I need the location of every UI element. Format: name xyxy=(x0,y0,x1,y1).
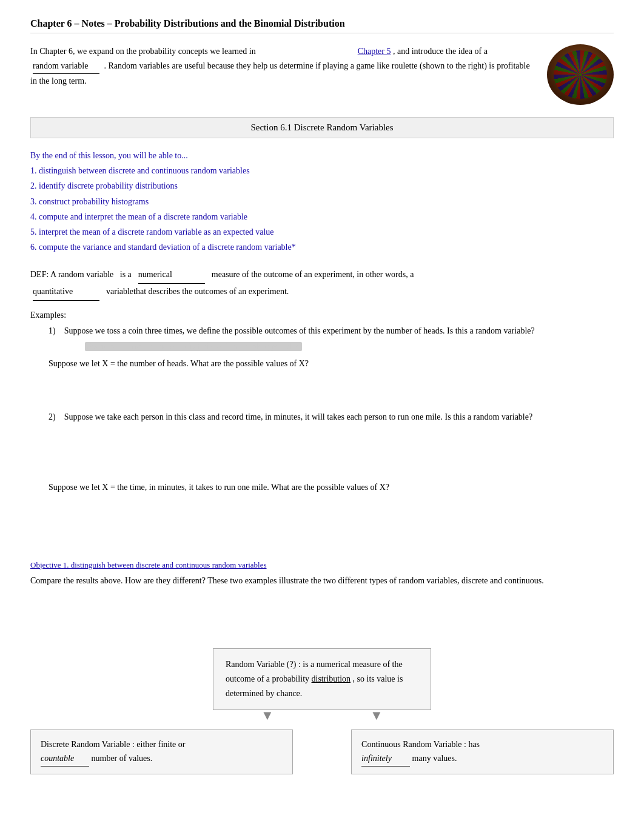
examples-label: Examples: xyxy=(30,310,614,320)
objective-6[interactable]: 6. compute the variance and standard dev… xyxy=(30,243,296,252)
continuous-end: many values. xyxy=(412,754,457,763)
intro-before-link: In Chapter 6, we expand on the probabili… xyxy=(30,47,256,56)
example1-suppose: Suppose we let X = the number of heads. … xyxy=(49,359,614,369)
discrete-blank: countable xyxy=(41,751,89,766)
objectives-header[interactable]: By the end of this lesson, you will be a… xyxy=(30,151,188,160)
def-text5: that describes the outcomes of an experi… xyxy=(133,287,289,296)
example1: 1) Suppose we toss a coin three times, w… xyxy=(49,326,614,398)
objective-1[interactable]: 1. distinguish between discrete and cont… xyxy=(30,166,250,175)
example1-header: 1) Suppose we toss a coin three times, w… xyxy=(49,326,614,336)
discrete-label: Discrete Random Variable xyxy=(41,740,130,749)
example2-num: 2) xyxy=(49,412,56,421)
compare-text: Compare the results above. How are they … xyxy=(30,574,614,588)
discrete-box: Discrete Random Variable : either finite… xyxy=(30,729,293,775)
objectives-block: By the end of this lesson, you will be a… xyxy=(30,148,614,255)
example2-text: Suppose we take each person in this clas… xyxy=(64,412,533,421)
intro-text: In Chapter 6, we expand on the probabili… xyxy=(30,44,535,88)
page-title: Chapter 6 – Notes – Probability Distribu… xyxy=(30,18,614,33)
example1-text: Suppose we toss a coin three times, we d… xyxy=(64,326,535,335)
objective-4[interactable]: 4. compute and interpret the mean of a d… xyxy=(30,212,247,221)
example1-hidden-answer: Yes, it is a random variable. It is fini… xyxy=(85,342,302,351)
discrete-colon: : either finite or xyxy=(132,740,185,749)
objective1-link[interactable]: Objective 1. distinguish between discret… xyxy=(30,560,614,570)
def-term: random variable xyxy=(58,270,113,279)
objective-3[interactable]: 3. construct probability histograms xyxy=(30,197,149,206)
def-label: DEF: A xyxy=(30,270,56,279)
intro-block: In Chapter 6, we expand on the probabili… xyxy=(30,44,614,105)
def-text3: measure of the outcome of an experiment,… xyxy=(212,270,414,279)
continuous-box: Continuous Random Variable : has infinit… xyxy=(351,729,614,775)
continuous-label: Continuous Random Variable xyxy=(361,740,461,749)
intro-after-blank: . Random variables are useful because th… xyxy=(30,61,530,86)
objective-5[interactable]: 5. interpret the mean of a discrete rand… xyxy=(30,227,274,236)
example1-num: 1) xyxy=(49,326,56,335)
bottom-definition-boxes: Discrete Random Variable : either finite… xyxy=(30,729,614,775)
definition-block: DEF: A random variable is a numerical me… xyxy=(30,267,614,300)
objective-2[interactable]: 2. identify discrete probability distrib… xyxy=(30,181,178,190)
example2-suppose: Suppose we let X = the time, in minutes,… xyxy=(49,483,614,492)
random-variable-definition-box: Random Variable (?) : is a numerical mea… xyxy=(213,648,431,709)
continuous-blank: infinitely xyxy=(361,751,410,766)
intro-mid: , and introduce the idea of a xyxy=(393,47,488,56)
center-box-blank: distribution xyxy=(312,674,351,683)
def-blank1: numerical xyxy=(138,267,205,284)
example2: 2) Suppose we take each person in this c… xyxy=(49,412,614,546)
discrete-end: number of values. xyxy=(92,754,153,763)
chapter5-link[interactable]: Chapter 5 xyxy=(358,47,391,56)
random-variable-blank: random variable xyxy=(33,59,99,74)
section-header: Section 6.1 Discrete Random Variables xyxy=(30,117,614,138)
def-blank2: quantitative xyxy=(33,284,99,301)
def-is-a: is a xyxy=(120,270,132,279)
def-text4: variable xyxy=(106,287,133,296)
continuous-colon: : has xyxy=(464,740,480,749)
roulette-image xyxy=(547,44,614,105)
example2-header: 2) Suppose we take each person in this c… xyxy=(49,412,614,422)
